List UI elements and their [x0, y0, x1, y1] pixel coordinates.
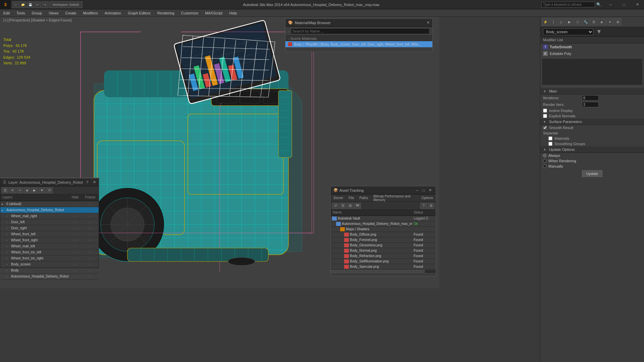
update-options-arrow[interactable]: ▼ [543, 148, 546, 152]
layer-row-freeze[interactable]: ── [82, 202, 99, 206]
materials-checkbox[interactable] [548, 136, 552, 140]
layer-row-freeze[interactable]: ── [82, 227, 99, 230]
rt-btn-6[interactable]: 🔧 [582, 18, 589, 25]
rt-btn-5[interactable]: ⬡ [574, 18, 581, 25]
manually-radio[interactable] [543, 165, 546, 168]
search-icon[interactable]: 🔍 [596, 2, 601, 7]
at-menu-file[interactable]: File [346, 194, 357, 202]
at-row[interactable]: Maps / Shaders [331, 227, 436, 232]
menu-animation[interactable]: Animation [101, 9, 124, 17]
minimize-button[interactable]: ─ [604, 0, 617, 9]
rt-btn-3[interactable]: ▷ [558, 18, 565, 25]
layer-row-freeze[interactable]: ── [82, 221, 99, 224]
modifier-editable-poly[interactable]: E Editable Poly [540, 50, 644, 57]
mat-browser-close[interactable]: ✕ [427, 20, 430, 25]
layer-delete-btn[interactable]: ✕ [9, 187, 16, 193]
layer-help-btn[interactable]: ? [86, 180, 88, 184]
layer-row-freeze[interactable]: ── [82, 208, 99, 212]
layer-row-freeze[interactable]: ── [82, 233, 99, 236]
at-grid-btn[interactable]: ⊞ [347, 203, 354, 209]
at-row[interactable]: Body_Diffuse.pngFound [331, 232, 436, 237]
menu-customize[interactable]: Customize [178, 9, 202, 17]
body-screen-select[interactable]: Body_screen [543, 28, 593, 35]
layer-refresh-btn[interactable]: ↺ [46, 187, 53, 193]
at-help-btn[interactable]: ? [420, 203, 427, 209]
layer-add-btn[interactable]: + [16, 187, 23, 193]
layer-row[interactable]: ◦Wheel_front_right──── [0, 237, 99, 243]
open-btn[interactable]: 📁 [19, 1, 26, 8]
layer-row-hide[interactable]: ── [68, 269, 82, 272]
surface-params-arrow[interactable]: ▼ [543, 120, 546, 124]
layer-row[interactable]: ◦Body──── [0, 267, 99, 274]
layer-row-hide[interactable]: ── [68, 239, 82, 242]
at-row[interactable]: Autonomous_Hospital_Delivery_Robot_max_v… [331, 221, 436, 227]
layer-select-btn[interactable]: ◈ [24, 187, 31, 193]
rt-btn-4[interactable]: ▶ [566, 18, 573, 25]
layer-row[interactable]: ◦Door_left──── [0, 219, 99, 225]
rt-btn-7[interactable]: ☰ [590, 18, 597, 25]
menu-views[interactable]: Views [45, 9, 62, 17]
smoothing-groups-checkbox[interactable] [548, 142, 552, 146]
at-row[interactable]: Body_Glossiness.pngFound [331, 243, 436, 248]
at-row[interactable]: Body_Specular.pngFound [331, 264, 436, 269]
layer-expand-btn[interactable]: ▼ [39, 187, 45, 193]
layer-close-btn[interactable]: ✕ [93, 180, 96, 184]
at-map-btn[interactable]: 🗺 [354, 203, 361, 209]
layer-row-hide[interactable]: ── [68, 257, 82, 260]
explicit-normals-checkbox[interactable] [543, 114, 547, 118]
rt-btn-2[interactable]: | [550, 18, 557, 25]
layer-row[interactable]: ◦Body_screen──── [0, 261, 99, 267]
menu-help[interactable]: Help [226, 9, 240, 17]
layer-row[interactable]: ▸Autonomous_Hospital_Delivery_Robot──── [0, 207, 99, 213]
menu-edit[interactable]: Edit [0, 9, 13, 17]
layer-row[interactable]: ▸0 (default)──── [0, 201, 99, 207]
at-row[interactable]: Body_SelfIllumination.pngFound [331, 259, 436, 264]
rt-btn-10[interactable]: ⊞ [614, 18, 622, 25]
layer-row-hide[interactable]: ── [68, 208, 82, 212]
rt-btn-8[interactable]: ◈ [598, 18, 605, 25]
layer-row-hide[interactable]: ── [68, 263, 82, 266]
layer-row-freeze[interactable]: ── [82, 275, 99, 278]
when-rendering-radio[interactable] [543, 159, 546, 163]
layer-row-hide[interactable]: ── [68, 251, 82, 254]
isoline-checkbox[interactable] [543, 109, 547, 113]
update-button[interactable]: Update [582, 170, 602, 177]
search-input[interactable] [541, 2, 595, 7]
at-maximize-btn[interactable]: □ [422, 188, 425, 192]
new-btn[interactable]: □ [12, 1, 19, 8]
at-refresh-btn[interactable]: ↺ [332, 203, 339, 209]
layer-row-freeze[interactable]: ── [82, 245, 99, 248]
at-row[interactable]: Body_Fresnel.pngFound [331, 237, 436, 243]
layer-row-hide[interactable]: ── [68, 233, 82, 236]
iterations-input[interactable] [582, 95, 599, 101]
at-row[interactable]: Body_Refraction.pngFound [331, 253, 436, 259]
layer-row-hide[interactable]: ── [68, 275, 82, 278]
at-settings-btn[interactable]: ⚙ [428, 203, 434, 209]
at-row[interactable]: Body_Normal.pngFound [331, 248, 436, 253]
layer-row[interactable]: ◦Wheel_front_left──── [0, 231, 99, 237]
modifier-turbosmooth[interactable]: T TurboSmooth [540, 44, 644, 50]
main-collapse-arrow[interactable]: ▼ [543, 89, 546, 93]
menu-rendering[interactable]: Rendering [154, 9, 178, 17]
layer-new-btn[interactable]: ☰ [2, 187, 8, 193]
layer-row-hide[interactable]: ── [68, 215, 82, 218]
layer-row-hide[interactable]: ── [68, 202, 82, 206]
layer-row-freeze[interactable]: ── [82, 239, 99, 242]
menu-graph-editors[interactable]: Graph Editors [124, 9, 154, 17]
layer-row-freeze[interactable]: ── [82, 215, 99, 218]
menu-maxscript[interactable]: MAXScript [202, 9, 226, 17]
maximize-button[interactable]: □ [617, 0, 631, 9]
layer-row[interactable]: ◦Wheel_mail_left──── [0, 243, 99, 249]
at-list-btn[interactable]: ☰ [339, 203, 346, 209]
layer-row[interactable]: ◦Autonomous_Hospital_Delivery_Robot──── [0, 274, 99, 280]
at-minimize-btn[interactable]: ─ [416, 188, 419, 192]
layer-row-freeze[interactable]: ── [82, 263, 99, 266]
at-menu-paths[interactable]: Paths [357, 194, 371, 202]
at-menu-options[interactable]: Options [419, 194, 436, 202]
at-scroll-track[interactable] [331, 270, 425, 273]
layer-row-freeze[interactable]: ── [82, 257, 99, 260]
menu-create[interactable]: Create [62, 9, 79, 17]
at-close-btn[interactable]: ✕ [429, 188, 432, 192]
always-radio[interactable] [543, 154, 546, 157]
render-iters-input[interactable] [582, 102, 599, 107]
